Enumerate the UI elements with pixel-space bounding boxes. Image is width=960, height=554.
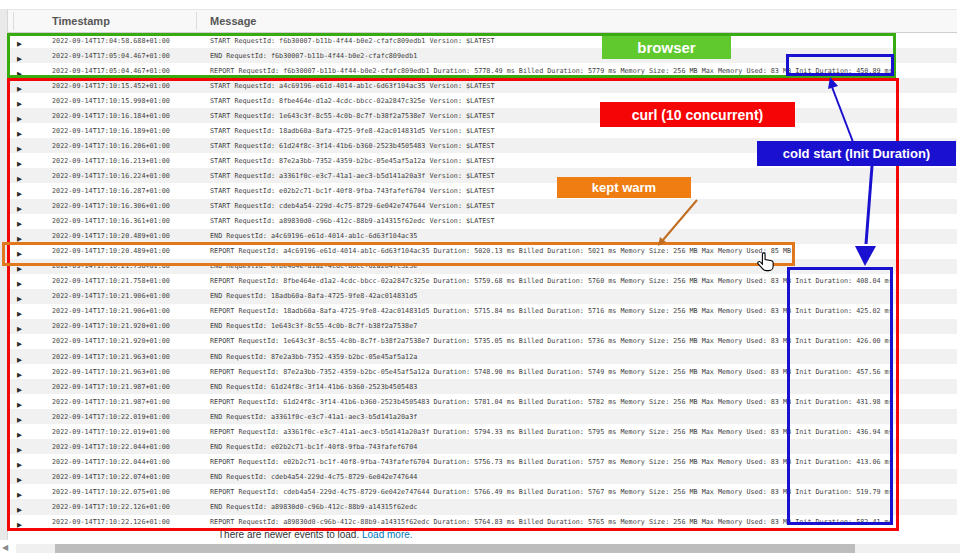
log-row: ▶ 2022-09-14T17:10:21.906+01:00 END Requ… [8, 289, 957, 304]
log-rows: ▶ 2022-09-14T17:04:58.688+01:00 START Re… [8, 33, 957, 530]
expand-row-icon[interactable]: ▶ [17, 521, 22, 528]
log-message: END RequestId: a4c69196-e61d-4014-ab1c-6… [198, 232, 957, 240]
expand-row-icon[interactable]: ▶ [17, 40, 22, 47]
log-message: END RequestId: a89830d0-c96b-412c-88b9-a… [198, 503, 957, 511]
log-message: END RequestId: 18adb60a-8afa-4725-9fe8-4… [198, 292, 957, 300]
log-timestamp: 2022-09-14T17:10:16.306+01:00 [40, 202, 198, 210]
log-timestamp: 2022-09-14T17:10:21.906+01:00 [40, 292, 198, 300]
log-timestamp: 2022-09-14T17:10:21.987+01:00 [40, 398, 198, 406]
expand-row-icon[interactable]: ▶ [17, 416, 22, 423]
log-timestamp: 2022-09-14T17:10:22.126+01:00 [40, 518, 198, 526]
log-message: END RequestId: 1e643c3f-8c55-4c0b-8c7f-b… [198, 322, 957, 330]
log-message: START RequestId: 87e2a3bb-7352-4359-b2bc… [198, 157, 957, 165]
log-row: ▶ 2022-09-14T17:10:22.019+01:00 END Requ… [8, 409, 957, 424]
expand-row-icon[interactable]: ▶ [17, 371, 22, 378]
log-message: START RequestId: f6b30007-b11b-4f44-b0e2… [198, 37, 957, 45]
expand-row-icon[interactable]: ▶ [17, 145, 22, 152]
log-row: ▶ 2022-09-14T17:10:16.189+01:00 START Re… [8, 123, 957, 138]
expand-row-icon[interactable]: ▶ [17, 55, 22, 62]
expand-row-icon[interactable]: ▶ [17, 265, 22, 272]
log-message: END RequestId: f6b30007-b11b-4f44-b0e2-c… [198, 52, 957, 60]
expand-row-icon[interactable]: ▶ [17, 175, 22, 182]
expand-row-icon[interactable]: ▶ [17, 356, 22, 363]
expand-row-icon[interactable]: ▶ [17, 310, 22, 317]
log-message: START RequestId: a3361f0c-e3c7-41a1-aec3… [198, 172, 957, 180]
log-row: ▶ 2022-09-14T17:10:22.126+01:00 REPORT R… [8, 515, 957, 530]
log-timestamp: 2022-09-14T17:10:21.987+01:00 [40, 383, 198, 391]
log-message: END RequestId: a3361f0c-e3c7-41a1-aec3-b… [198, 413, 957, 421]
log-timestamp: 2022-09-14T17:10:21.906+01:00 [40, 307, 198, 315]
log-row: ▶ 2022-09-14T17:10:21.920+01:00 REPORT R… [8, 334, 957, 349]
log-row: ▶ 2022-09-14T17:10:22.044+01:00 END Requ… [8, 439, 957, 454]
expand-row-icon[interactable]: ▶ [17, 85, 22, 92]
message-column-header: Message [198, 15, 957, 27]
expand-row-icon[interactable]: ▶ [17, 130, 22, 137]
cloudwatch-logs-panel: Timestamp Message ▶ 2022-09-14T17:04:58.… [0, 0, 960, 554]
log-table-header: Timestamp Message [8, 9, 957, 33]
log-timestamp: 2022-09-14T17:10:16.361+01:00 [40, 217, 198, 225]
log-message: REPORT RequestId: a4c69196-e61d-4014-ab1… [198, 247, 957, 255]
log-timestamp: 2022-09-14T17:10:16.224+01:00 [40, 172, 198, 180]
log-row: ▶ 2022-09-14T17:10:16.361+01:00 START Re… [8, 214, 957, 229]
horizontal-scrollbar-thumb[interactable] [55, 544, 855, 553]
log-message: REPORT RequestId: f6b30007-b11b-4f44-b0e… [198, 67, 957, 75]
load-more-link[interactable]: Load more. [362, 529, 413, 540]
log-timestamp: 2022-09-14T17:10:22.044+01:00 [40, 458, 198, 466]
expand-row-icon[interactable]: ▶ [17, 250, 22, 257]
log-timestamp: 2022-09-14T17:05:04.467+01:00 [40, 52, 198, 60]
log-row: ▶ 2022-09-14T17:10:16.213+01:00 START Re… [8, 153, 957, 168]
log-message: START RequestId: a4c69196-e61d-4014-ab1c… [198, 82, 957, 90]
log-timestamp: 2022-09-14T17:04:58.688+01:00 [40, 37, 198, 45]
log-row: ▶ 2022-09-14T17:10:21.963+01:00 END Requ… [8, 349, 957, 364]
log-row: ▶ 2022-09-14T17:10:22.074+01:00 END Requ… [8, 469, 957, 484]
log-timestamp: 2022-09-14T17:10:22.126+01:00 [40, 503, 198, 511]
log-message: END RequestId: cdeb4a54-229d-4c75-8729-6… [198, 473, 957, 481]
log-message: END RequestId: 8fbe464e-d1a2-4cdc-bbcc-0… [198, 262, 957, 270]
expand-row-icon[interactable]: ▶ [17, 476, 22, 483]
log-row: ▶ 2022-09-14T17:10:22.044+01:00 REPORT R… [8, 454, 957, 469]
log-timestamp: 2022-09-14T17:10:21.920+01:00 [40, 322, 198, 330]
expand-row-icon[interactable]: ▶ [17, 70, 22, 77]
log-row: ▶ 2022-09-14T17:05:04.467+01:00 END Requ… [8, 48, 957, 63]
expand-row-icon[interactable]: ▶ [17, 325, 22, 332]
log-timestamp: 2022-09-14T17:10:21.963+01:00 [40, 368, 198, 376]
log-message: REPORT RequestId: a89830d0-c96b-412c-88b… [198, 518, 957, 526]
log-message: END RequestId: e02b2c71-bc1f-40f8-9fba-7… [198, 443, 957, 451]
expand-row-icon[interactable]: ▶ [17, 431, 22, 438]
expand-row-icon[interactable]: ▶ [17, 446, 22, 453]
log-row: ▶ 2022-09-14T17:10:22.126+01:00 END Requ… [8, 499, 957, 514]
expand-row-icon[interactable]: ▶ [17, 491, 22, 498]
expand-row-icon[interactable]: ▶ [17, 506, 22, 513]
log-row: ▶ 2022-09-14T17:10:16.306+01:00 START Re… [8, 199, 957, 214]
expand-row-icon[interactable]: ▶ [17, 190, 22, 197]
log-message: START RequestId: cdeb4a54-229d-4c75-8729… [198, 202, 957, 210]
log-timestamp: 2022-09-14T17:10:22.019+01:00 [40, 428, 198, 436]
expand-row-icon[interactable]: ▶ [17, 235, 22, 242]
log-row: ▶ 2022-09-14T17:10:21.920+01:00 END Requ… [8, 319, 957, 334]
expand-row-icon[interactable]: ▶ [17, 115, 22, 122]
log-message: START RequestId: 61d24f8c-3f14-41b6-b360… [198, 142, 957, 150]
log-row: ▶ 2022-09-14T17:10:21.963+01:00 REPORT R… [8, 364, 957, 379]
log-message: END RequestId: 87e2a3bb-7352-4359-b2bc-0… [198, 353, 957, 361]
load-more-bar: There are newer events to load. Load mor… [218, 529, 413, 540]
expand-row-icon[interactable]: ▶ [17, 280, 22, 287]
log-timestamp: 2022-09-14T17:10:15.998+01:00 [40, 97, 198, 105]
log-timestamp: 2022-09-14T17:10:16.287+01:00 [40, 187, 198, 195]
expand-row-icon[interactable]: ▶ [17, 401, 22, 408]
expand-row-icon[interactable]: ▶ [17, 205, 22, 212]
scrollbar-left-arrow-icon[interactable]: ◀ [2, 543, 8, 552]
expand-row-icon[interactable]: ▶ [17, 386, 22, 393]
expand-row-icon[interactable]: ▶ [17, 220, 22, 227]
log-row: ▶ 2022-09-14T17:10:21.758+01:00 END Requ… [8, 259, 957, 274]
expand-row-icon[interactable]: ▶ [17, 340, 22, 347]
expand-row-icon[interactable]: ▶ [17, 100, 22, 107]
log-row: ▶ 2022-09-14T17:10:16.206+01:00 START Re… [8, 138, 957, 153]
expand-row-icon[interactable]: ▶ [17, 160, 22, 167]
expand-row-icon[interactable]: ▶ [17, 295, 22, 302]
log-row: ▶ 2022-09-14T17:05:04.467+01:00 REPORT R… [8, 63, 957, 78]
log-timestamp: 2022-09-14T17:10:16.213+01:00 [40, 157, 198, 165]
expand-row-icon[interactable]: ▶ [17, 461, 22, 468]
newer-events-text: There are newer events to load. [218, 529, 359, 540]
log-message: REPORT RequestId: e02b2c71-bc1f-40f8-9fb… [198, 458, 957, 466]
log-message: REPORT RequestId: 1e643c3f-8c55-4c0b-8c7… [198, 337, 957, 345]
